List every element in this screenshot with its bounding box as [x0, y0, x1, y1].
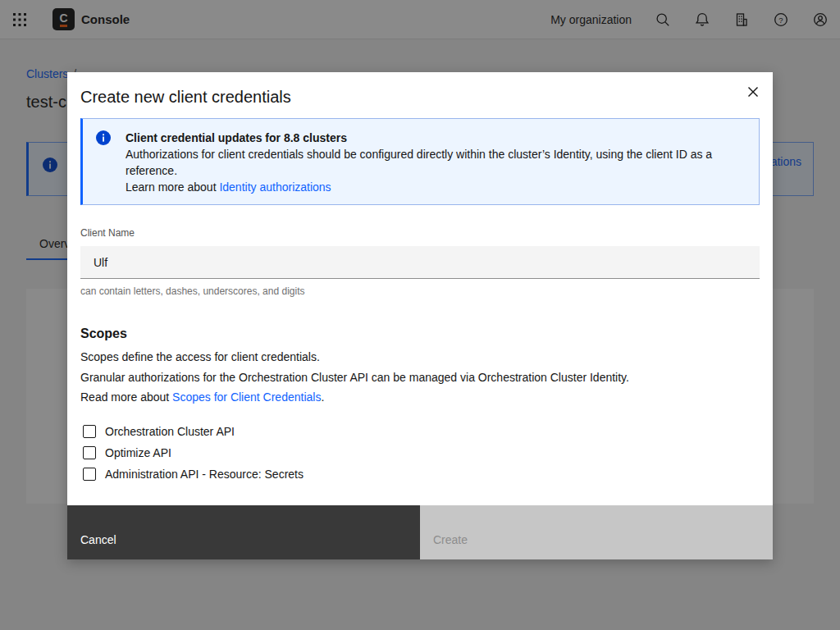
- scopes-description-2: Granular authorizations for the Orchestr…: [80, 368, 760, 388]
- create-button[interactable]: Create: [420, 505, 773, 559]
- create-client-credentials-modal: Create new client credentials Client cre…: [67, 72, 773, 559]
- client-name-helper-text: can contain letters, dashes, underscores…: [80, 285, 760, 298]
- checkbox-row-orchestration-cluster-api[interactable]: Orchestration Cluster API: [80, 425, 760, 438]
- read-more-suffix: .: [321, 390, 324, 404]
- checkbox-row-administration-api-secrets[interactable]: Administration API - Resource: Secrets: [80, 468, 760, 481]
- learn-more-prefix: Learn more about: [126, 180, 219, 194]
- modal-footer: Cancel Create: [67, 505, 773, 559]
- checkbox-label: Optimize API: [105, 446, 171, 459]
- checkbox-optimize-api[interactable]: [83, 446, 96, 459]
- modal-header: Create new client credentials: [67, 72, 773, 107]
- scopes-description-1: Scopes define the access for client cred…: [80, 347, 760, 368]
- checkbox-row-optimize-api[interactable]: Optimize API: [80, 446, 760, 459]
- info-notification: Client credential updates for 8.8 cluste…: [80, 118, 760, 205]
- client-name-input[interactable]: [80, 246, 760, 279]
- notification-body: Authorizations for client credentials sh…: [126, 146, 746, 179]
- info-icon: [96, 130, 111, 145]
- checkbox-orchestration-cluster-api[interactable]: [83, 425, 96, 438]
- notification-learn-more: Learn more about Identity authorizations: [126, 179, 746, 195]
- close-icon: [747, 86, 759, 98]
- scopes-description-3: Read more about Scopes for Client Creden…: [80, 387, 760, 408]
- read-more-prefix: Read more about: [80, 390, 172, 404]
- notification-title: Client credential updates for 8.8 cluste…: [126, 130, 746, 146]
- modal-title: Create new client credentials: [80, 87, 733, 107]
- client-name-label: Client Name: [80, 226, 760, 240]
- checkbox-administration-api-secrets[interactable]: [83, 468, 96, 481]
- checkbox-label: Administration API - Resource: Secrets: [105, 468, 304, 481]
- modal-close-button[interactable]: [733, 72, 773, 112]
- scopes-for-client-credentials-link[interactable]: Scopes for Client Credentials: [172, 390, 321, 404]
- checkbox-label: Orchestration Cluster API: [105, 425, 235, 438]
- cancel-button[interactable]: Cancel: [67, 505, 420, 559]
- scopes-heading: Scopes: [80, 325, 760, 343]
- identity-authorizations-link[interactable]: Identity authorizations: [219, 180, 331, 194]
